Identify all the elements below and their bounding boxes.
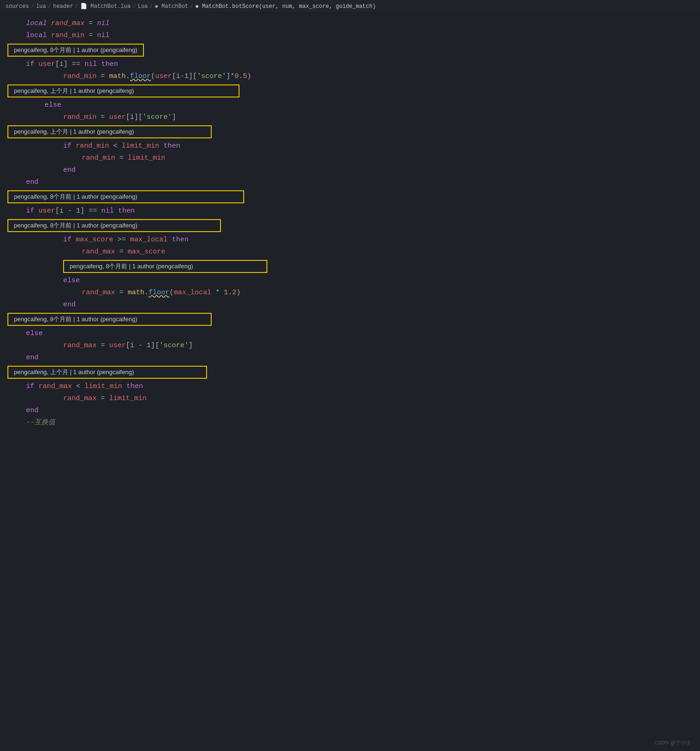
code-line-if-max-score: if max_score >= max_local then	[0, 234, 700, 246]
code-line-rand-max-assign3: rand_max = user[i - 1]['score']	[0, 340, 700, 352]
code-line-else3: else	[0, 328, 700, 340]
code-line-rand-max: local rand_max = nil	[0, 18, 700, 30]
bc-header[interactable]: header	[53, 3, 73, 10]
annotation-1: pengcaifeng, 8个月前 | 1 author (pengcaifen…	[0, 42, 700, 58]
code-line-end4: end	[0, 352, 700, 364]
code-line-if-user-i: if user[i] == nil then	[0, 58, 700, 71]
bc-lua2[interactable]: Lua	[138, 3, 148, 10]
code-line-if-rand-max: if rand_max < limit_min then	[0, 381, 700, 393]
code-line-rand-min-assign2: rand_min = user[i]['score']	[0, 111, 700, 123]
annotation-3: pengcaifeng, 上个月 | 1 author (pengcaifeng…	[0, 123, 700, 140]
code-line-rand-min-assign3: rand_min = limit_min	[0, 152, 700, 164]
code-line-if-user-i-minus-1: if user[i - 1] == nil then	[0, 205, 700, 217]
code-line-end1: end	[0, 164, 700, 176]
bc-matchbot-lua[interactable]: 📄 MatchBot.lua	[80, 3, 131, 10]
annotation-2: pengcaifeng, 上个月 | 1 author (pengcaifeng…	[0, 83, 700, 99]
annotation-7: pengcaifeng, 8个月前 | 1 author (pengcaifen…	[0, 311, 700, 328]
bc-matchbot[interactable]: ◆ MatchBot	[155, 3, 188, 10]
bc-lua[interactable]: lua	[36, 3, 46, 10]
code-line-comment: --互换值	[0, 417, 700, 429]
breadcrumb: sources / lua / header / 📄 MatchBot.lua …	[0, 0, 700, 13]
bc-function: ◆ MatchBot.botScore(user, num, max_score…	[195, 3, 376, 10]
annotation-6: pengcaifeng, 8个月前 | 1 author (pengcaifen…	[0, 258, 700, 275]
code-line-if-rand-min: if rand_min < limit_min then	[0, 140, 700, 152]
code-area: local rand_max = nil local rand_min = ni…	[0, 13, 700, 434]
bc-sources[interactable]: sources	[6, 3, 29, 10]
code-line-rand-min-assign1: rand_min = math.floor(user[i-1]['score']…	[0, 71, 700, 83]
code-line-rand-min-decl: local rand_min = nil	[0, 30, 700, 42]
code-line-end3: end	[0, 299, 700, 311]
code-line-rand-max-assign2: rand_max = math.floor(max_local * 1.2)	[0, 287, 700, 299]
code-line-else2: else	[0, 275, 700, 287]
code-line-end5: end	[0, 405, 700, 417]
annotation-8: pengcaifeng, 上个月 | 1 author (pengcaifeng…	[0, 364, 700, 381]
annotation-4: pengcaifeng, 8个月前 | 1 author (pengcaifen…	[0, 188, 700, 205]
code-line-end2: end	[0, 176, 700, 188]
code-line-rand-max-assign4: rand_max = limit_min	[0, 393, 700, 405]
annotation-5: pengcaifeng, 8个月前 | 1 author (pengcaifen…	[0, 217, 700, 234]
code-line-rand-max-assign1: rand_max = max_score	[0, 246, 700, 258]
code-line-else1: else	[0, 99, 700, 111]
